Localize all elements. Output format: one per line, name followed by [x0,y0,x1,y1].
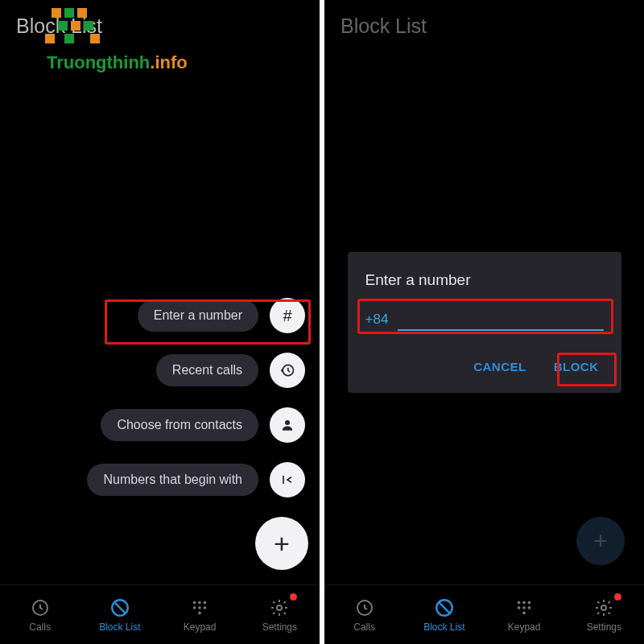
nav-label: Block List [99,621,140,633]
fab-menu: Enter a number # Recent calls Choose fro… [87,298,305,570]
nav-label: Keypad [508,621,541,633]
block-icon [109,597,130,618]
header: Block List [0,0,320,46]
cancel-button[interactable]: CANCEL [469,352,531,382]
phone-input-row: +84 [365,310,604,331]
svg-point-8 [193,606,196,609]
gear-icon [593,597,614,618]
dialog-title: Enter a number [365,271,604,289]
svg-point-11 [198,611,201,614]
svg-point-23 [601,605,606,610]
person-icon [270,407,305,443]
hash-icon: # [270,298,305,333]
svg-point-21 [528,606,531,609]
nav-settings[interactable]: Settings [564,585,644,644]
svg-point-17 [522,601,526,604]
option-label: Enter a number [138,299,258,332]
svg-line-15 [439,601,450,613]
watermark-text: Truongthinh.info [47,52,188,73]
svg-point-16 [518,601,521,604]
nav-label: Calls [29,621,51,633]
nav-label: Settings [587,621,621,633]
begin-with-icon [270,462,305,497]
clock-icon [354,597,375,618]
option-choose-contacts[interactable]: Choose from contacts [101,407,305,443]
notification-badge [290,593,297,601]
svg-point-10 [204,606,207,609]
option-enter-number[interactable]: Enter a number # [138,298,305,333]
bottom-nav: Calls Block List Keypad Settings [0,584,320,644]
phone-left: Block List Truongthinh.info Enter a numb… [0,0,320,644]
block-icon [434,597,455,618]
svg-line-4 [114,601,126,613]
nav-label: Block List [423,621,464,633]
dialog-actions: CANCEL BLOCK [365,352,604,382]
nav-calls[interactable]: Calls [0,585,80,644]
notification-badge [614,593,621,601]
option-label: Recent calls [156,354,258,386]
nav-blocklist[interactable]: Block List [80,585,159,644]
block-button[interactable]: BLOCK [549,352,604,382]
svg-point-5 [193,601,196,604]
nav-calls[interactable]: Calls [324,585,404,644]
keypad-icon [189,597,210,618]
nav-label: Calls [353,621,375,633]
plus-icon: + [274,528,290,559]
option-label: Numbers that begin with [87,464,258,496]
country-prefix[interactable]: +84 [365,312,389,328]
nav-label: Keypad [184,621,217,633]
add-fab[interactable]: + [255,517,308,570]
svg-point-12 [277,605,282,610]
page-title: Block List [16,14,303,38]
nav-settings[interactable]: Settings [240,585,320,644]
svg-point-9 [198,606,201,609]
svg-point-7 [204,601,207,604]
bottom-nav: Calls Block List Keypad Settings [324,584,644,644]
svg-point-18 [528,601,531,604]
history-icon [270,353,305,388]
option-recent-calls[interactable]: Recent calls [156,353,305,388]
nav-keypad[interactable]: Keypad [485,585,564,644]
svg-point-19 [518,606,521,609]
nav-blocklist[interactable]: Block List [404,585,484,644]
phone-right: Block List + Enter a number +84 CANCEL B… [324,0,644,644]
option-label: Choose from contacts [101,409,258,441]
svg-point-1 [285,420,290,425]
enter-number-dialog: Enter a number +84 CANCEL BLOCK [348,252,621,393]
svg-point-22 [522,611,526,614]
option-begin-with[interactable]: Numbers that begin with [87,462,305,497]
nav-keypad[interactable]: Keypad [160,585,240,644]
svg-point-6 [198,601,201,604]
gear-icon [269,597,290,618]
phone-number-input[interactable] [398,310,603,331]
keypad-icon [514,597,535,618]
nav-label: Settings [262,621,297,633]
dialog-backdrop[interactable]: Enter a number +84 CANCEL BLOCK [324,0,644,644]
svg-point-20 [522,606,526,609]
clock-icon [30,597,51,618]
